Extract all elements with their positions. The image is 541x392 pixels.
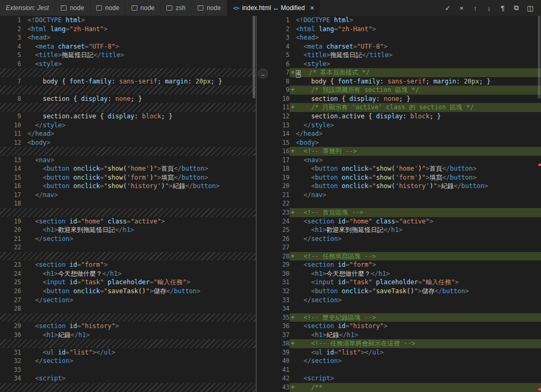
tab-diff-index-html[interactable]: <>index.html ↔ Modified× bbox=[227, 0, 321, 16]
line-number[interactable]: 1 bbox=[0, 16, 21, 25]
tab-terminal-node-4[interactable]: node bbox=[192, 0, 227, 16]
line-number[interactable]: 30 bbox=[267, 269, 290, 278]
code-line[interactable]: 19 <section id="home" class="active"> bbox=[0, 217, 256, 226]
code-line[interactable]: 8 body { font-family: sans-serif; margin… bbox=[257, 77, 541, 86]
code-line[interactable]: 11</head> bbox=[0, 129, 256, 138]
line-number[interactable]: 25 bbox=[267, 226, 290, 235]
code-line[interactable]: 1<!DOCTYPE html> bbox=[257, 16, 541, 25]
line-number[interactable]: 29 bbox=[267, 260, 290, 269]
code-line[interactable]: 4 <meta charset="UTF-8"> bbox=[0, 42, 256, 51]
next-change-icon[interactable]: ↓ bbox=[484, 4, 493, 12]
line-number[interactable]: 30 bbox=[0, 331, 21, 340]
line-number[interactable]: 9 bbox=[267, 86, 290, 95]
open-changes-icon[interactable]: ⧉ bbox=[512, 4, 521, 12]
code-line[interactable]: 10 section { display: none; } bbox=[257, 95, 541, 104]
line-number[interactable]: 28 bbox=[267, 252, 290, 261]
code-line[interactable]: 12<body> bbox=[0, 138, 256, 147]
code-line[interactable]: 23 <section id="form"> bbox=[0, 260, 256, 269]
line-number[interactable]: 3 bbox=[0, 33, 21, 42]
line-number[interactable]: 38 bbox=[267, 339, 290, 348]
code-line[interactable]: 41 bbox=[257, 366, 541, 375]
line-number[interactable]: 32 bbox=[0, 357, 21, 366]
code-line[interactable]: 18 bbox=[0, 199, 256, 208]
line-number[interactable]: 8 bbox=[0, 95, 21, 104]
code-line[interactable]: 27 bbox=[257, 243, 541, 252]
line-number[interactable]: 8 bbox=[267, 77, 290, 86]
line-number[interactable]: 23 bbox=[267, 208, 290, 217]
code-line[interactable]: 2<html lang="zh-Hant"> bbox=[257, 25, 541, 34]
code-line[interactable]: 4 <meta charset="UTF-8"> bbox=[257, 42, 541, 51]
line-number[interactable]: 2 bbox=[0, 25, 21, 34]
code-line[interactable]: 5 <title>拖延怪日記</title> bbox=[257, 51, 541, 60]
line-number[interactable]: 6 bbox=[267, 60, 290, 69]
code-line[interactable]: 20 <h1>歡迎來到拖延怪日記</h1> bbox=[0, 226, 256, 235]
code-line[interactable]: 14 <button onclick="show('home')">首頁</bu… bbox=[0, 164, 256, 173]
whitespace-icon[interactable]: ¶ bbox=[498, 4, 507, 12]
code-line[interactable]: 15 <button onclick="show('form')">填寫</bu… bbox=[0, 173, 256, 182]
code-line[interactable]: 39 <ul id="list"></ul> bbox=[257, 348, 541, 357]
code-line[interactable]: 24 <h1>今天想做什麼？</h1> bbox=[0, 269, 256, 278]
tab-close-icon[interactable]: × bbox=[310, 4, 314, 12]
line-number[interactable]: 40 bbox=[267, 357, 290, 366]
code-line[interactable]: 42 <script> bbox=[257, 374, 541, 383]
line-number[interactable]: 21 bbox=[267, 191, 290, 200]
line-number[interactable]: 18 bbox=[267, 164, 290, 173]
line-number[interactable]: 26 bbox=[267, 235, 290, 244]
line-number[interactable]: 14 bbox=[267, 129, 290, 138]
code-line[interactable]: 33 </section> bbox=[257, 296, 541, 305]
line-number[interactable]: 23 bbox=[0, 260, 21, 269]
code-line[interactable]: 28+ <!-- 任務填寫區塊 --> bbox=[257, 252, 541, 261]
scrollbar-thumb[interactable] bbox=[538, 16, 540, 98]
line-number[interactable]: 13 bbox=[0, 156, 21, 165]
code-line[interactable]: 12 section.active { display: block; } bbox=[257, 112, 541, 121]
line-number[interactable]: 41 bbox=[267, 366, 290, 375]
code-line[interactable]: 22 bbox=[0, 243, 256, 252]
code-line[interactable]: 3<head> bbox=[257, 33, 541, 42]
line-number[interactable]: 13 bbox=[267, 121, 290, 130]
line-number[interactable]: 14 bbox=[0, 164, 21, 173]
line-number[interactable]: 28 bbox=[0, 304, 21, 313]
code-line[interactable]: 26 </section> bbox=[257, 235, 541, 244]
code-line[interactable]: 1<!DOCTYPE html> bbox=[0, 16, 256, 25]
line-number[interactable]: 20 bbox=[0, 226, 21, 235]
line-number[interactable]: 18 bbox=[0, 199, 21, 208]
code-line[interactable]: 14</head> bbox=[257, 129, 541, 138]
line-number[interactable]: 5 bbox=[0, 51, 21, 60]
tab-terminal-node-2[interactable]: node bbox=[90, 0, 126, 16]
line-number[interactable]: 24 bbox=[0, 269, 21, 278]
code-line[interactable]: 6 <style> bbox=[257, 60, 541, 69]
line-number[interactable]: 15 bbox=[0, 173, 21, 182]
code-line[interactable]: 7+4 /* 基本頁面樣式 */ bbox=[257, 68, 541, 77]
line-number[interactable]: 4 bbox=[0, 42, 21, 51]
check-icon[interactable]: ✓ bbox=[443, 4, 452, 12]
line-number[interactable]: 12 bbox=[267, 112, 290, 121]
code-line[interactable]: 34 bbox=[257, 304, 541, 313]
code-line[interactable]: 19 <button onclick="show('form')">填寫</bu… bbox=[257, 173, 541, 182]
line-number[interactable]: 42 bbox=[267, 374, 290, 383]
code-line[interactable]: 10 </style> bbox=[0, 121, 256, 130]
code-line[interactable]: 25 <h1>歡迎來到拖延怪日記</h1> bbox=[257, 226, 541, 235]
line-number[interactable]: 10 bbox=[267, 95, 290, 104]
code-line[interactable]: 30 <h1>今天想做什麼？</h1> bbox=[257, 269, 541, 278]
line-number[interactable]: 7 bbox=[0, 77, 21, 86]
code-line[interactable]: 11+ /* 只顯示有 'active' class 的 section 區塊 … bbox=[257, 103, 541, 112]
line-number[interactable]: 31 bbox=[0, 348, 21, 357]
code-line[interactable]: 16 <button onclick="show('history')">紀錄<… bbox=[0, 182, 256, 191]
line-number[interactable]: 6 bbox=[0, 60, 21, 69]
line-number[interactable]: 17 bbox=[267, 156, 290, 165]
line-number[interactable]: 10 bbox=[0, 121, 21, 130]
code-line[interactable]: 38+ <!-- 任務清單將會顯示在這裡 --> bbox=[257, 339, 541, 348]
code-line[interactable]: 23+ <!-- 首頁區塊 --> bbox=[257, 208, 541, 217]
line-number[interactable]: 31 bbox=[267, 278, 290, 287]
code-line[interactable]: 43+ /** bbox=[257, 383, 541, 392]
line-number[interactable]: 26 bbox=[0, 287, 21, 296]
line-number[interactable]: 9 bbox=[0, 112, 21, 121]
line-number[interactable]: 33 bbox=[0, 366, 21, 375]
code-line[interactable]: 5 <title>拖延怪日記</title> bbox=[0, 51, 256, 60]
line-number[interactable]: 7 bbox=[267, 68, 290, 77]
line-number[interactable]: 16 bbox=[267, 147, 290, 156]
line-number[interactable]: 21 bbox=[0, 235, 21, 244]
code-line[interactable]: 8 section { display: none; } bbox=[0, 95, 256, 104]
code-line[interactable]: 25 <input id="task" placeholder="輸入任務"> bbox=[0, 278, 256, 287]
line-number[interactable]: 37 bbox=[267, 331, 290, 340]
